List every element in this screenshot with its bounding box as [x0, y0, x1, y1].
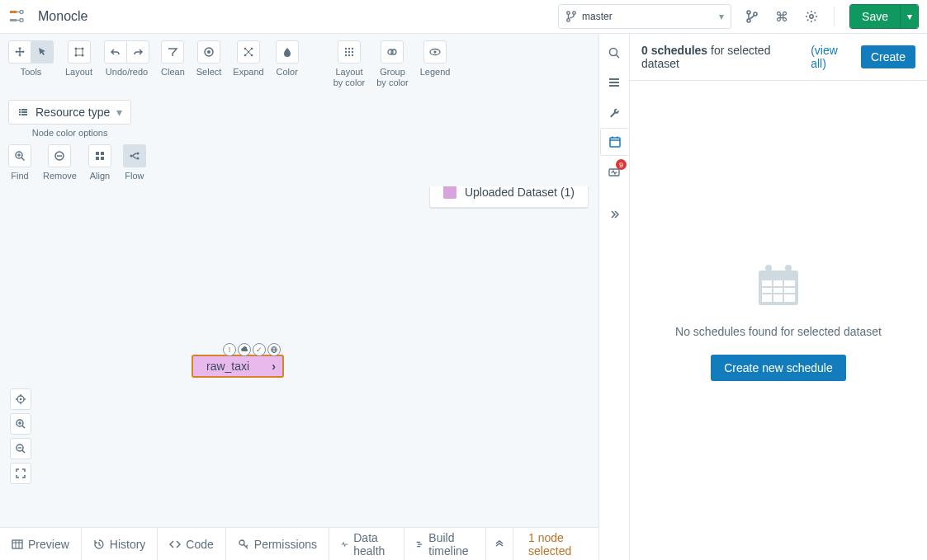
svg-rect-78 [609, 78, 619, 80]
rail-build-button[interactable] [600, 98, 628, 126]
svg-rect-75 [417, 545, 420, 546]
svg-rect-68 [12, 540, 22, 548]
svg-point-6 [567, 12, 570, 15]
legend-box: Uploaded Dataset (1) [429, 186, 589, 208]
svg-rect-52 [101, 157, 104, 160]
expand-label: Expand [233, 67, 263, 78]
select-button[interactable] [197, 40, 220, 64]
undo-label: Undo/redo [106, 67, 148, 78]
collapse-bottom-button[interactable] [486, 528, 513, 560]
settings-button[interactable] [799, 4, 824, 29]
svg-point-54 [136, 152, 139, 154]
layout-button[interactable] [68, 40, 91, 64]
select-tool[interactable] [31, 40, 54, 64]
svg-point-34 [391, 49, 396, 54]
tab-history[interactable]: History [82, 528, 158, 560]
svg-rect-39 [19, 114, 21, 115]
calendar-big-icon [754, 262, 803, 308]
node-color-label: Node color options [32, 128, 108, 139]
zoom-out-button[interactable] [10, 438, 31, 459]
svg-point-14 [81, 48, 83, 50]
layout-by-color-button[interactable] [338, 40, 361, 64]
svg-rect-38 [19, 111, 21, 113]
svg-point-24 [345, 48, 347, 49]
remove-button[interactable] [48, 144, 71, 167]
legend-label: Legend [420, 67, 451, 78]
svg-rect-87 [762, 280, 795, 302]
rail-list-button[interactable] [600, 68, 628, 96]
svg-rect-80 [609, 85, 619, 87]
empty-message: No schedules found for selected dataset [675, 325, 882, 338]
view-all-link[interactable]: (view all) [811, 44, 854, 70]
clean-button[interactable] [161, 40, 184, 64]
app-logo [8, 7, 28, 26]
move-tool[interactable] [8, 40, 31, 64]
branch-name: master [582, 11, 612, 22]
branch-selector[interactable]: master ▾ [558, 4, 731, 29]
expand-button[interactable] [237, 40, 260, 64]
node-badge-warning-icon[interactable]: ! [223, 343, 236, 356]
svg-line-77 [617, 55, 620, 59]
rail-search-button[interactable] [600, 39, 628, 67]
node-badge-cloud-icon[interactable] [238, 343, 251, 356]
svg-point-18 [207, 50, 210, 54]
svg-point-15 [74, 54, 77, 57]
node-badge-globe-icon[interactable] [267, 343, 281, 356]
locate-button[interactable] [10, 388, 31, 410]
create-button[interactable]: Create [861, 45, 915, 68]
tab-data-health[interactable]: Data health [329, 528, 404, 560]
rail-schedule-button[interactable] [600, 128, 629, 156]
rail-health-button[interactable]: 9 [600, 158, 628, 186]
svg-line-62 [22, 426, 25, 428]
legend-button[interactable] [423, 40, 447, 64]
fit-button[interactable] [10, 463, 31, 484]
save-button[interactable]: Save ▾ [849, 4, 919, 29]
svg-point-9 [747, 11, 750, 14]
pulse-icon [341, 539, 348, 550]
save-dropdown[interactable]: ▾ [900, 5, 918, 28]
rail-badge: 9 [616, 159, 627, 170]
branches-button[interactable] [740, 4, 764, 29]
svg-rect-42 [21, 114, 27, 115]
svg-point-32 [352, 54, 353, 56]
svg-point-3 [20, 19, 23, 22]
svg-rect-49 [96, 152, 99, 155]
svg-rect-95 [787, 268, 790, 274]
group-by-color-button[interactable] [381, 40, 404, 64]
graph-node[interactable]: ! ✓ raw_taxi › [192, 343, 284, 378]
shortcuts-button[interactable]: ⌘ [769, 4, 794, 29]
color-button[interactable] [276, 40, 299, 64]
tab-code[interactable]: Code [158, 528, 225, 560]
chevron-up-icon [494, 539, 504, 549]
flow-button[interactable] [123, 144, 146, 167]
svg-rect-81 [610, 138, 620, 147]
svg-point-28 [348, 51, 350, 53]
align-label: Align [90, 171, 110, 181]
graph-canvas[interactable]: Uploaded Dataset (1) ! ✓ raw_taxi › [0, 186, 598, 527]
find-button[interactable] [8, 144, 31, 167]
layout-by-color-label: Layout by color [333, 67, 366, 88]
tab-preview[interactable]: Preview [0, 528, 82, 560]
tab-build-timeline[interactable]: Build timeline [404, 528, 486, 560]
svg-rect-51 [96, 157, 99, 160]
node-badge-check-icon[interactable]: ✓ [253, 343, 266, 356]
svg-point-8 [573, 12, 576, 15]
clean-label: Clean [161, 67, 185, 78]
tab-permissions[interactable]: Permissions [226, 528, 329, 560]
table-icon [12, 539, 23, 550]
svg-point-11 [754, 12, 757, 16]
create-new-schedule-button[interactable]: Create new schedule [711, 355, 846, 381]
redo-button[interactable] [126, 40, 149, 64]
svg-point-12 [810, 15, 813, 18]
svg-point-10 [747, 19, 750, 22]
svg-point-26 [352, 48, 353, 49]
resource-type-selector[interactable]: Resource type ▾ [8, 100, 131, 125]
code-icon [169, 539, 181, 550]
save-label: Save [850, 5, 900, 28]
align-button[interactable] [88, 144, 111, 167]
svg-point-36 [434, 51, 437, 54]
undo-button[interactable] [104, 40, 127, 64]
gantt-icon [416, 539, 423, 550]
rail-expand-button[interactable] [600, 200, 628, 228]
zoom-in-button[interactable] [10, 413, 31, 435]
